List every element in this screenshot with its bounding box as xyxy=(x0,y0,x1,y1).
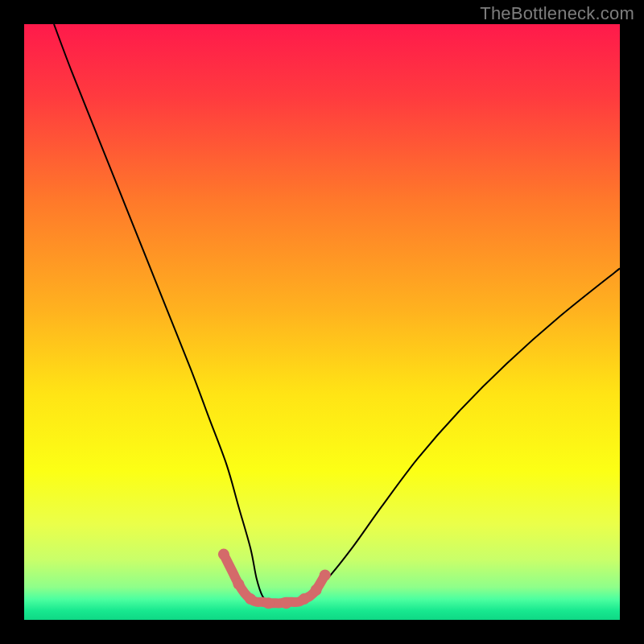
optimal-dot xyxy=(245,593,256,605)
chart-frame xyxy=(24,24,620,620)
watermark-text: TheBottleneck.com xyxy=(480,3,634,24)
optimal-dot xyxy=(218,549,229,560)
optimal-dot xyxy=(299,593,310,605)
optimal-dot xyxy=(281,597,292,609)
optimal-dot xyxy=(262,597,274,609)
bottleneck-chart xyxy=(24,24,620,620)
optimal-dot xyxy=(320,570,331,581)
gradient-background xyxy=(24,24,620,620)
optimal-dot xyxy=(311,584,322,596)
optimal-dot xyxy=(233,579,244,590)
